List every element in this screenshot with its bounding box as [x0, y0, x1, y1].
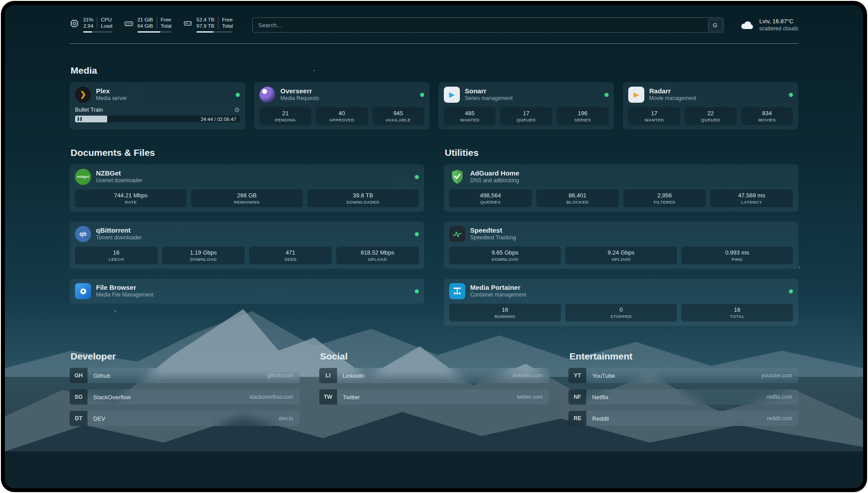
stat-rate: 744.21 Mbps RATE [75, 189, 187, 207]
bookmark-url: youtube.com [761, 372, 798, 379]
service-name: Radarr [649, 87, 696, 95]
disk-free: 52.4 TB [196, 17, 214, 23]
bookmark-name: DEV [88, 415, 105, 422]
qbittorrent-icon: qb [75, 226, 91, 242]
plex-icon: ❯ [75, 87, 91, 103]
disk-widget: 52.4 TB 97.9 TB Free Total [183, 17, 233, 33]
status-indicator [236, 93, 240, 97]
bookmark-url: stackoverflow.com [250, 394, 300, 400]
disk-free-label: Free [222, 17, 233, 23]
section-title-utilities: Utilities [445, 147, 798, 158]
service-description: Torrent downloader [96, 234, 142, 242]
service-name: Plex [96, 87, 127, 95]
disk-progress-bar [196, 31, 233, 33]
service-card-speedtest[interactable]: Speedtest Speedtest Tracking 9.65 Gbps D… [444, 221, 798, 269]
cpu-percent: 31% [83, 17, 93, 23]
bookmark-abbr: SO [70, 389, 88, 405]
status-indicator [789, 93, 793, 97]
stat-series: 196 SERIES [557, 107, 609, 125]
search-provider-button[interactable]: G [708, 19, 722, 31]
now-playing-title: Bullet Train [75, 107, 103, 113]
bookmark-twitter[interactable]: TW Twitter twitter.com [319, 389, 549, 405]
bookmark-abbr: DT [70, 411, 88, 426]
bookmark-abbr: YT [568, 368, 586, 383]
search-input[interactable] [252, 17, 723, 33]
service-description: Container management [470, 291, 526, 299]
bookmark-name: LinkedIn [337, 372, 365, 379]
status-indicator [415, 232, 419, 236]
bookmark-youtube[interactable]: YT YouTube youtube.com [568, 368, 798, 383]
service-description: Usenet downloader [96, 177, 142, 184]
memory-widget: 21 GiB 64 GiB Free Total [124, 17, 171, 33]
section-title-documents: Documents & Files [71, 147, 424, 158]
weather-condition: scattered clouds [760, 25, 798, 32]
stat-seed: 471 SEED [249, 246, 332, 264]
stat-queued: 22 QUEUED [684, 107, 736, 125]
service-card-overseerr[interactable]: Overseerr Media Requests 21 PENDING 40 A… [254, 82, 430, 130]
bookmark-url: twitter.com [517, 394, 549, 400]
stat-movies: 834 MOVIES [741, 107, 793, 125]
stat-filtered: 2,956 FILTERED [623, 189, 706, 207]
stat-wanted: 485 WANTED [444, 107, 496, 125]
bookmark-abbr: GH [70, 368, 88, 383]
filebrowser-icon [75, 283, 91, 299]
service-description: Media Requests [280, 95, 319, 102]
cpu-widget: 31% 2.94 CPU Load [70, 17, 113, 33]
bookmark-stackoverflow[interactable]: SO StackOverflow stackoverflow.com [70, 389, 300, 405]
stat-latency: 47.569 ms LATENCY [710, 189, 793, 207]
bookmark-url: linkedin.com [513, 372, 549, 379]
bookmark-url: github.com [267, 372, 300, 379]
service-card-adguard[interactable]: AdGuard Home DNS and adblocking 498,564 … [444, 164, 798, 212]
playback-time: 24:44 / 02:06:47 [200, 117, 236, 122]
stat-upload: 9.24 Gbps UPLOAD [565, 246, 677, 264]
bookmark-dev[interactable]: DT DEV dev.to [70, 411, 300, 426]
stat-approved: 40 APPROVED [316, 107, 367, 125]
service-card-radarr[interactable]: ▶ Radarr Movie management 17 WANTED [623, 82, 798, 130]
service-name: NZBGet [96, 169, 142, 177]
pause-icon[interactable] [78, 117, 82, 121]
stat-wanted: 17 WANTED [628, 107, 680, 125]
cpu-label: CPU [101, 17, 113, 23]
stat-download: 1.19 Gbps DOWNLOAD [162, 246, 245, 264]
bookmark-url: dev.to [279, 415, 300, 422]
bookmark-abbr: TW [319, 389, 337, 405]
gear-icon[interactable]: ⚙ [234, 107, 240, 113]
weather-widget: Lviv, 16.87°C scattered clouds [740, 18, 798, 32]
service-name: AdGuard Home [470, 169, 519, 177]
bookmark-name: Twitter [337, 394, 360, 401]
cpu-load: 2.94 [83, 23, 93, 29]
service-card-sonarr[interactable]: ▶ Sonarr Series management 485 WANTED [438, 82, 614, 130]
bookmark-github[interactable]: GH Github github.com [70, 368, 300, 383]
service-card-plex[interactable]: ❯ Plex Media server Bullet Train ⚙ [70, 82, 245, 130]
memory-free: 21 GiB [138, 17, 153, 23]
stat-remaining: 266 GB REMAINING [191, 189, 303, 207]
service-card-portainer[interactable]: Media Portainer Container management 16 … [444, 279, 798, 326]
stat-blocked: 86,401 BLOCKED [536, 189, 619, 207]
stat-available: 945 AVAILABLE [372, 107, 424, 125]
section-title-media: Media [71, 65, 798, 76]
weather-location: Lviv, 16.87°C [760, 18, 798, 25]
playback-progress-bar[interactable]: 24:44 / 02:06:47 [75, 116, 240, 122]
search-bar[interactable]: G [252, 17, 723, 33]
bookmark-name: Netflix [586, 394, 608, 401]
stat-ping: 0.993 ms PING [681, 246, 793, 264]
stat-total: 16 TOTAL [681, 304, 793, 322]
service-card-nzbget[interactable]: nzbget NZBGet Usenet downloader 744.21 M… [70, 164, 424, 212]
cpu-progress-bar [83, 31, 113, 33]
service-card-qbittorrent[interactable]: qb qBittorrent Torrent downloader 16 LEE… [70, 221, 424, 269]
portainer-icon [449, 283, 465, 299]
memory-total: 64 GiB [138, 23, 153, 29]
service-description: Media server [96, 95, 127, 102]
service-card-filebrowser[interactable]: File Browser Media File Management [70, 279, 424, 304]
bookmark-url: reddit.com [767, 415, 798, 422]
bookmark-url: netflix.com [767, 394, 798, 400]
overseerr-icon [259, 87, 275, 103]
bookmark-linkedin[interactable]: LI LinkedIn linkedin.com [319, 368, 549, 383]
stat-upload: 618.52 Mbps UPLOAD [336, 246, 419, 264]
memory-total-label: Total [161, 23, 171, 29]
top-bar: 31% 2.94 CPU Load [70, 17, 798, 33]
bookmark-reddit[interactable]: RE Reddit reddit.com [568, 411, 798, 426]
bookmark-netflix[interactable]: NF Netflix netflix.com [568, 389, 798, 405]
stat-download: 9.65 Gbps DOWNLOAD [449, 246, 561, 264]
bookmark-name: StackOverflow [88, 394, 131, 401]
